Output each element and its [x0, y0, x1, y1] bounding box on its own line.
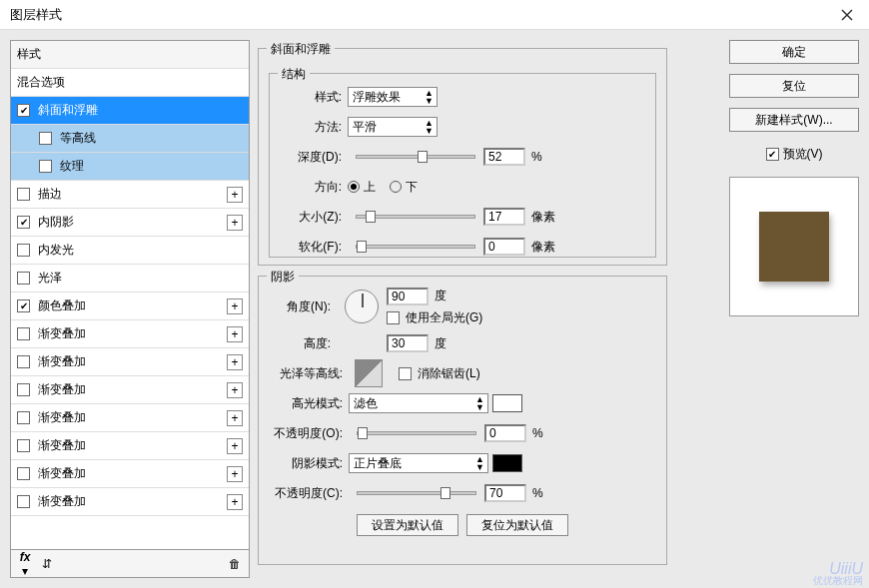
- style-checkbox[interactable]: [17, 411, 30, 424]
- sidebar-toolbar: fx ▾ ⇵ 🗑: [10, 550, 250, 578]
- style-item-5[interactable]: 内发光: [11, 237, 249, 265]
- style-item-label: 内阴影: [38, 214, 74, 231]
- add-effect-button[interactable]: +: [227, 494, 243, 510]
- highlight-mode-label: 高光模式:: [267, 395, 349, 412]
- style-item-8[interactable]: 渐变叠加+: [11, 320, 249, 348]
- style-checkbox[interactable]: [17, 495, 30, 508]
- px-unit: 像素: [531, 209, 555, 226]
- technique-select[interactable]: 平滑▲▼: [348, 117, 437, 137]
- style-checkbox[interactable]: [17, 188, 30, 201]
- style-item-2[interactable]: 纹理: [11, 153, 249, 181]
- watermark-sub: 优优教程网: [813, 574, 863, 588]
- style-item-4[interactable]: 内阴影+: [11, 209, 249, 237]
- size-slider[interactable]: [356, 215, 475, 219]
- depth-input[interactable]: [483, 148, 525, 166]
- soften-input[interactable]: [483, 238, 525, 256]
- highlight-opacity-input[interactable]: [484, 424, 526, 442]
- style-item-label: 斜面和浮雕: [38, 102, 98, 119]
- style-checkbox[interactable]: [17, 299, 30, 312]
- highlight-color-swatch[interactable]: [492, 394, 522, 412]
- style-checkbox[interactable]: [17, 467, 30, 480]
- chevron-updown-icon: ▲▼: [475, 455, 484, 471]
- close-button[interactable]: [824, 0, 869, 30]
- highlight-opacity-slider[interactable]: [357, 431, 476, 435]
- style-checkbox[interactable]: [17, 216, 30, 229]
- style-checkbox[interactable]: [39, 160, 52, 173]
- style-item-12[interactable]: 渐变叠加+: [11, 432, 249, 460]
- style-checkbox[interactable]: [17, 244, 30, 257]
- add-effect-button[interactable]: +: [227, 438, 243, 454]
- style-checkbox[interactable]: [17, 383, 30, 396]
- add-effect-button[interactable]: +: [227, 466, 243, 482]
- style-item-6[interactable]: 光泽: [11, 265, 249, 293]
- add-effect-button[interactable]: +: [227, 187, 243, 203]
- add-effect-button[interactable]: +: [227, 354, 243, 370]
- style-checkbox[interactable]: [17, 439, 30, 452]
- style-item-label: 渐变叠加: [38, 381, 86, 398]
- technique-label: 方法:: [278, 119, 348, 136]
- angle-label: 角度(N):: [267, 298, 337, 315]
- style-item-10[interactable]: 渐变叠加+: [11, 376, 249, 404]
- style-checkbox[interactable]: [17, 104, 30, 117]
- angle-dial[interactable]: [345, 290, 379, 323]
- add-effect-button[interactable]: +: [227, 215, 243, 231]
- style-checkbox[interactable]: [17, 272, 30, 285]
- add-effect-button[interactable]: +: [227, 382, 243, 398]
- styles-header[interactable]: 样式: [11, 41, 249, 69]
- style-item-11[interactable]: 渐变叠加+: [11, 404, 249, 432]
- cancel-button[interactable]: 复位: [729, 74, 859, 98]
- add-effect-button[interactable]: +: [227, 410, 243, 426]
- structure-group: 结构 样式: 浮雕效果▲▼ 方法: 平滑▲▼ 深度(D): % 方向:: [269, 73, 656, 258]
- style-select[interactable]: 浮雕效果▲▼: [348, 87, 437, 107]
- reset-default-button[interactable]: 复位为默认值: [466, 514, 568, 536]
- close-icon: [841, 9, 853, 21]
- blend-options[interactable]: 混合选项: [11, 69, 249, 97]
- style-item-label: 渐变叠加: [38, 465, 86, 482]
- style-checkbox[interactable]: [17, 355, 30, 368]
- ok-button[interactable]: 确定: [729, 40, 859, 64]
- new-style-button[interactable]: 新建样式(W)...: [729, 108, 859, 132]
- shadow-opacity-input[interactable]: [484, 484, 526, 502]
- style-item-1[interactable]: 等高线: [11, 125, 249, 153]
- style-item-0[interactable]: 斜面和浮雕: [11, 97, 249, 125]
- altitude-label: 高度:: [267, 335, 337, 352]
- altitude-input[interactable]: [387, 334, 429, 352]
- depth-slider[interactable]: [356, 155, 475, 159]
- soften-slider[interactable]: [356, 245, 475, 249]
- highlight-mode-select[interactable]: 滤色▲▼: [349, 393, 488, 413]
- preview-checkbox[interactable]: [766, 148, 779, 161]
- style-checkbox[interactable]: [17, 327, 30, 340]
- style-item-13[interactable]: 渐变叠加+: [11, 460, 249, 488]
- shadow-mode-label: 阴影模式:: [267, 455, 349, 472]
- angle-input[interactable]: [387, 288, 429, 305]
- style-item-label: 光泽: [38, 270, 62, 287]
- gloss-contour-picker[interactable]: [355, 359, 383, 387]
- style-item-14[interactable]: 渐变叠加+: [11, 488, 249, 516]
- add-effect-button[interactable]: +: [227, 326, 243, 342]
- global-light-checkbox[interactable]: [387, 311, 400, 324]
- dir-up-radio[interactable]: [348, 181, 360, 193]
- style-checkbox[interactable]: [39, 132, 52, 145]
- bevel-legend: 斜面和浮雕: [267, 41, 335, 58]
- shadow-mode-select[interactable]: 正片叠底▲▼: [349, 453, 488, 473]
- style-item-3[interactable]: 描边+: [11, 181, 249, 209]
- style-item-7[interactable]: 颜色叠加+: [11, 293, 249, 320]
- add-effect-button[interactable]: +: [227, 298, 243, 314]
- size-input[interactable]: [483, 208, 525, 226]
- dir-down-radio[interactable]: [390, 181, 402, 193]
- style-item-label: 渐变叠加: [38, 493, 86, 510]
- trash-icon[interactable]: 🗑: [227, 557, 243, 571]
- style-item-label: 渐变叠加: [38, 437, 86, 454]
- depth-label: 深度(D):: [278, 149, 348, 166]
- fx-menu[interactable]: fx ▾: [17, 550, 33, 578]
- antialias-checkbox[interactable]: [399, 367, 412, 380]
- title-bar: 图层样式: [0, 0, 869, 30]
- chevron-updown-icon: ▲▼: [425, 119, 434, 135]
- shadow-color-swatch[interactable]: [492, 454, 522, 472]
- size-label: 大小(Z):: [278, 209, 348, 226]
- arrows-icon[interactable]: ⇵: [39, 557, 55, 571]
- make-default-button[interactable]: 设置为默认值: [357, 514, 458, 536]
- style-item-label: 渐变叠加: [38, 353, 86, 370]
- style-item-9[interactable]: 渐变叠加+: [11, 348, 249, 376]
- shadow-opacity-slider[interactable]: [357, 491, 476, 495]
